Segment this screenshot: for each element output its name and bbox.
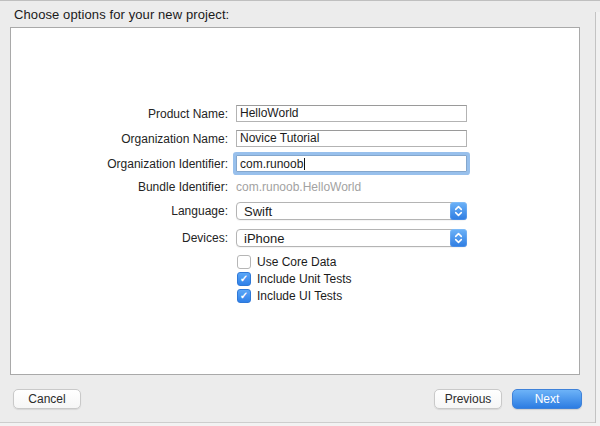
use-core-data-checkbox[interactable] [237, 255, 251, 269]
dialog-button-bar: Cancel Previous Next [0, 389, 600, 409]
language-label: Language: [11, 204, 228, 218]
include-ui-tests-row: ✓ Include UI Tests [237, 289, 579, 303]
language-select[interactable]: Swift [236, 202, 467, 220]
cancel-button[interactable]: Cancel [13, 389, 81, 409]
include-unit-tests-label: Include Unit Tests [257, 272, 352, 286]
organization-name-label: Organization Name: [11, 132, 228, 146]
window-right-edge-highlight [596, 12, 600, 426]
product-name-row: Product Name: [11, 105, 579, 122]
devices-selected-value: iPhone [244, 231, 284, 246]
window-top-edge [0, 0, 600, 1]
organization-identifier-value: com.runoob [240, 157, 303, 171]
language-row: Language: Swift [11, 202, 579, 220]
organization-identifier-input[interactable]: com.runoob [236, 155, 467, 172]
product-name-input[interactable] [236, 105, 467, 122]
up-down-chevrons-icon [450, 202, 467, 220]
sheet-title: Choose options for your new project: [14, 7, 229, 22]
options-panel: Product Name: Organization Name: Organiz… [10, 27, 580, 375]
product-name-label: Product Name: [11, 107, 228, 121]
organization-identifier-label: Organization Identifier: [11, 157, 228, 171]
devices-row: Devices: iPhone [11, 229, 579, 247]
devices-label: Devices: [11, 231, 228, 245]
project-options-form: Product Name: Organization Name: Organiz… [11, 28, 579, 303]
checkmark-icon: ✓ [240, 274, 248, 284]
include-unit-tests-row: ✓ Include Unit Tests [237, 272, 579, 286]
bundle-identifier-row: Bundle Identifier: com.runoob.HelloWorld [11, 178, 579, 195]
bundle-identifier-value: com.runoob.HelloWorld [236, 180, 361, 194]
include-ui-tests-checkbox[interactable]: ✓ [237, 289, 251, 303]
language-selected-value: Swift [244, 204, 272, 219]
options-checkbox-group: Use Core Data ✓ Include Unit Tests ✓ Inc… [237, 255, 579, 303]
checkmark-icon: ✓ [240, 291, 248, 301]
organization-name-row: Organization Name: [11, 130, 579, 147]
organization-identifier-row: Organization Identifier: com.runoob [11, 155, 579, 172]
include-ui-tests-label: Include UI Tests [257, 289, 342, 303]
use-core-data-label: Use Core Data [257, 255, 336, 269]
organization-name-input[interactable] [236, 130, 467, 147]
next-button[interactable]: Next [512, 389, 582, 409]
use-core-data-row: Use Core Data [237, 255, 579, 269]
devices-select[interactable]: iPhone [236, 229, 467, 247]
up-down-chevrons-icon [450, 229, 467, 247]
text-caret [304, 158, 305, 170]
previous-button[interactable]: Previous [434, 389, 502, 409]
include-unit-tests-checkbox[interactable]: ✓ [237, 272, 251, 286]
bundle-identifier-label: Bundle Identifier: [11, 180, 228, 194]
